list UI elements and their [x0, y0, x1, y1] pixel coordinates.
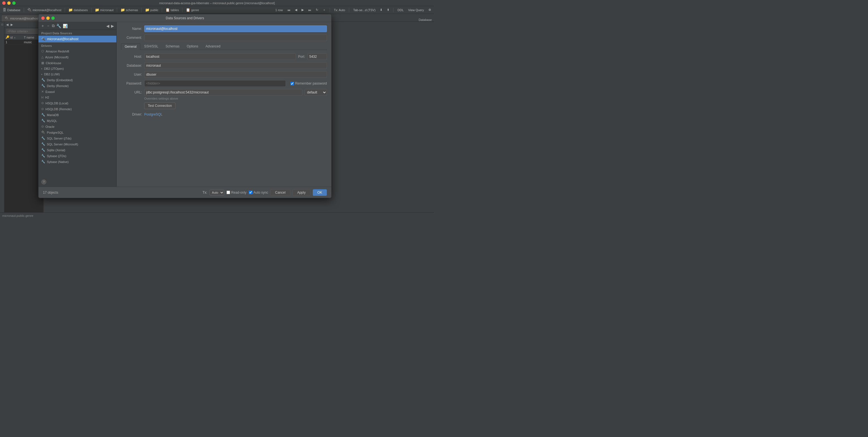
data-view-panel: ◀ ▶ 🔑 id ▲ T name 1 music [4, 22, 43, 212]
refresh-btn[interactable]: ↻ [315, 7, 319, 12]
toolbar-database[interactable]: 🗄 Database [2, 7, 22, 12]
driver-azure[interactable]: △ Azure (Microsoft) [38, 54, 116, 60]
comment-input[interactable] [144, 34, 327, 41]
nav-next[interactable]: ▶ [301, 7, 305, 12]
window-controls[interactable] [2, 1, 16, 5]
import-btn[interactable]: ⬆ [386, 7, 391, 12]
host-input[interactable] [144, 53, 296, 60]
wrench-icon[interactable]: 🔧 [56, 24, 61, 28]
toolbar-tables[interactable]: 📋 tables [164, 7, 180, 12]
data-back-btn[interactable]: ◀ [6, 23, 8, 27]
driver-sybase-jtds[interactable]: 🔧 Sybase (jTDs) [38, 153, 116, 159]
driver-postgresql[interactable]: 🔌 PostgreSQL [38, 129, 116, 135]
ddl-btn[interactable]: DDL [396, 8, 405, 12]
database-icon: 🗄 [3, 8, 6, 12]
user-input[interactable] [144, 71, 327, 78]
remember-password-label: Remember password [295, 82, 327, 85]
table-row: 1 music [4, 40, 43, 45]
user-label: User: [121, 72, 142, 77]
ok-button[interactable]: OK [313, 189, 327, 196]
database-input[interactable] [144, 62, 327, 69]
toolbar-separator [24, 8, 24, 12]
connection-label: micronaut@localhost [33, 8, 61, 12]
add-source-btn[interactable]: ＋ [41, 24, 44, 28]
nav-back-btn[interactable]: ◀ [106, 24, 109, 28]
tab-schemas[interactable]: Schemas [162, 43, 183, 50]
close-button[interactable] [2, 1, 6, 5]
toolbar-schemas[interactable]: 📁 schemas [119, 7, 139, 12]
driver-sybase-native[interactable]: 🔧 Sybase (Native) [38, 159, 116, 165]
export-btn[interactable]: ⬇ [379, 7, 383, 12]
host-label: Host: [121, 55, 142, 59]
tab-options[interactable]: Options [183, 43, 202, 50]
driver-oracle[interactable]: ⊙ Oracle [38, 124, 116, 129]
driver-db2-luw[interactable]: ▪ DB2 (LUW) [38, 71, 116, 77]
driver-db2-jtopen[interactable]: ▪ DB2 (JTOpen) [38, 66, 116, 71]
toolbar-connection[interactable]: 🔌 micronaut@localhost [26, 7, 62, 12]
driver-hsqldb-local[interactable]: ⊙ HSQLDB (Local) [38, 100, 116, 106]
toolbar-public[interactable]: 📁 public [144, 7, 159, 12]
tab-ssh-ssl[interactable]: SSH/SSL [141, 43, 162, 50]
dialog-max-btn[interactable] [51, 17, 55, 20]
help-button[interactable]: ? [41, 179, 46, 184]
settings-icon[interactable]: ⚙ [427, 7, 432, 12]
tx-select[interactable]: Auto [210, 190, 224, 195]
toolbar-genre[interactable]: 📋 genre [185, 7, 200, 12]
filter-area [4, 28, 43, 35]
data-forward-btn[interactable]: ▶ [10, 23, 13, 27]
genre-icon: 📋 [186, 8, 190, 12]
driver-exasol[interactable]: ✕ Exasol [38, 89, 116, 95]
readonly-checkbox[interactable] [226, 191, 230, 194]
driver-mariadb[interactable]: 🔧 MariaDB [38, 112, 116, 118]
driver-icon: 🔧 [41, 84, 45, 88]
driver-clickhouse[interactable]: ▦ ClickHouse [38, 60, 116, 66]
cancel-button[interactable]: Cancel [270, 189, 290, 196]
port-input[interactable] [307, 53, 327, 60]
driver-amazon-redshift[interactable]: ⬡ Amazon Redshift [38, 48, 116, 54]
driver-sql-server-jtds[interactable]: 🔧 SQL Server (jTds) [38, 135, 116, 141]
driver-derby-remote[interactable]: 🔧 Derby (Remote) [38, 83, 116, 89]
tab-general[interactable]: General [121, 43, 140, 50]
driver-sqlite[interactable]: 🔧 Sqlite (Xerial) [38, 147, 116, 153]
test-connection-button[interactable]: Test Connection [144, 103, 176, 109]
filter-input[interactable] [6, 29, 41, 34]
name-input[interactable] [144, 25, 327, 32]
remember-password-checkbox[interactable] [290, 82, 294, 85]
driver-sql-server-microsoft[interactable]: 🔧 SQL Server (Microsoft) [38, 141, 116, 147]
remove-source-btn[interactable]: － [46, 24, 50, 28]
autosync-checkbox[interactable] [249, 191, 252, 194]
driver-h2[interactable]: H H2 [38, 95, 116, 100]
view-query-btn[interactable]: View Query [407, 8, 425, 12]
driver-derby-embedded[interactable]: 🔧 Derby (Embedded) [38, 77, 116, 83]
url-mode-select[interactable]: default [305, 89, 327, 96]
col-id-label: id [10, 36, 13, 39]
toolbar-micronaut[interactable]: 📁 micronaut [94, 7, 115, 12]
nav-prev[interactable]: ◀ [294, 7, 298, 12]
dialog-controls[interactable] [41, 17, 55, 20]
nav-fwd-btn[interactable]: ▶ [111, 24, 114, 28]
tsv-label[interactable]: Tab-se...d (TSV) [352, 8, 376, 12]
password-input[interactable] [144, 80, 286, 87]
driver-hsqldb-remote[interactable]: ⊙ HSQLDB (Remote) [38, 106, 116, 112]
dialog-title-bar: Data Sources and Drivers [38, 14, 331, 22]
tx-label[interactable]: Tx: Auto [333, 8, 346, 12]
driver-icon: 🔧 [41, 142, 45, 146]
url-input[interactable] [144, 89, 302, 96]
drivers-label: Drivers [38, 42, 116, 48]
source-item-micronaut[interactable]: 🔌 micronaut@localhost [38, 36, 116, 42]
nav-last[interactable]: ⏭ [307, 8, 312, 12]
tab-advanced[interactable]: Advanced [202, 43, 224, 50]
nav-first[interactable]: ⏮ [286, 8, 291, 12]
toolbar-databases[interactable]: 📁 databases [67, 7, 89, 12]
chart-icon[interactable]: 📊 [63, 24, 67, 28]
driver-mysql[interactable]: 🔧 MySQL [38, 118, 116, 124]
apply-button[interactable]: Apply [292, 189, 310, 196]
toolbar-sep6 [162, 8, 162, 12]
driver-link[interactable]: PostgreSQL [144, 113, 162, 116]
maximize-button[interactable] [12, 1, 16, 5]
dialog-close-btn[interactable] [41, 17, 44, 20]
add-row-btn[interactable]: ＋ [321, 7, 327, 12]
minimize-button[interactable] [7, 1, 10, 5]
dialog-min-btn[interactable] [46, 17, 50, 20]
copy-source-btn[interactable]: ⧉ [52, 24, 55, 28]
